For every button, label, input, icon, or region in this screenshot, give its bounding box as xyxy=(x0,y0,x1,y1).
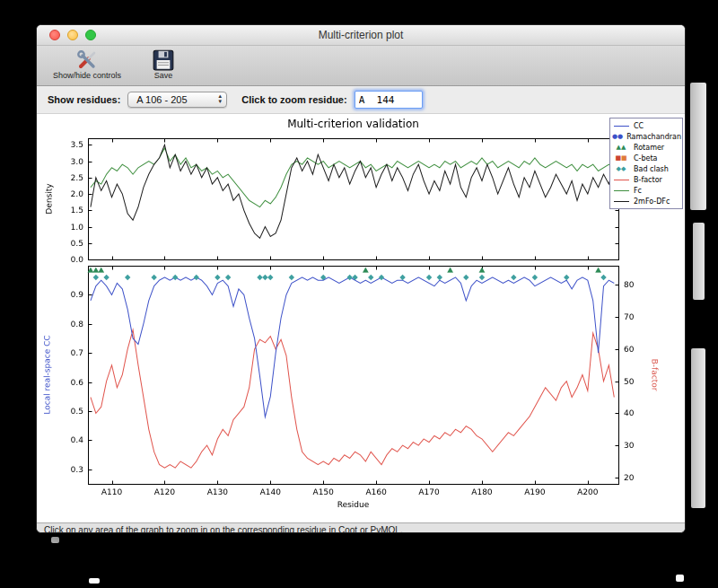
legend-line-symbol xyxy=(612,126,630,127)
residue-range-value: A 106 - 205 xyxy=(136,94,187,105)
desktop-artifact xyxy=(51,537,59,543)
legend-label: Ramachandran xyxy=(626,133,681,141)
show-hide-controls-button[interactable]: Show/hide controls xyxy=(49,48,125,81)
desktop-artifact xyxy=(693,223,705,300)
plot-title: Multi-criterion validation xyxy=(88,118,618,130)
legend-label: Rotamer xyxy=(634,144,664,152)
status-bar: Click on any area of the graph to zoom i… xyxy=(37,522,685,533)
legend-item: ■■C-beta xyxy=(612,153,680,163)
desktop-artifact xyxy=(690,83,706,210)
window-title: Multi-criterion plot xyxy=(37,25,685,45)
toolbar: Show/hide controls Save xyxy=(37,46,685,86)
controls-row: Show residues: A 106 - 205 ▲▼ Click to z… xyxy=(37,86,685,114)
legend-item: ●●Ramachandran xyxy=(612,131,680,142)
dropdown-arrows-icon: ▲▼ xyxy=(217,93,223,104)
zoom-residue-label: Click to zoom residue: xyxy=(241,94,346,105)
residue-range-dropdown[interactable]: A 106 - 205 ▲▼ xyxy=(127,92,227,108)
multi-criterion-plot-window: Multi-criterion plot Show/hide controls xyxy=(36,24,686,533)
plot-figure: Multi-criterion validation CC●●Ramachand… xyxy=(37,114,685,522)
legend-line-symbol xyxy=(612,190,630,191)
tools-icon xyxy=(75,48,99,72)
legend-item: CC xyxy=(612,120,680,131)
save-floppy-icon xyxy=(152,48,175,72)
desktop-artifact xyxy=(676,575,684,582)
legend-circle-icon: ●● xyxy=(612,134,623,140)
legend-item: ▲▲Rotamer xyxy=(612,142,680,153)
title-bar[interactable]: Multi-criterion plot xyxy=(37,25,685,46)
legend-diamond-icon: ◆◆ xyxy=(612,166,630,172)
legend-line-symbol xyxy=(612,201,630,202)
save-label: Save xyxy=(154,71,173,80)
plot-canvas[interactable] xyxy=(37,114,685,522)
legend-label: Bad clash xyxy=(634,165,669,173)
save-button[interactable]: Save xyxy=(148,48,179,81)
legend-line-symbol xyxy=(612,180,630,180)
legend-label: C-beta xyxy=(634,154,658,162)
legend-item: B-factor xyxy=(612,174,680,185)
legend-item: 2mFo-DFc xyxy=(612,196,680,206)
legend-item: ◆◆Bad clash xyxy=(612,163,680,174)
zoom-residue-input[interactable] xyxy=(355,91,423,109)
legend-label: B-factor xyxy=(634,176,662,184)
show-residues-label: Show residues: xyxy=(48,94,120,105)
legend-triangle-icon: ▲▲ xyxy=(612,145,630,151)
legend-square-icon: ■■ xyxy=(612,155,630,162)
show-hide-controls-label: Show/hide controls xyxy=(53,71,121,80)
plot-legend: CC●●Ramachandran▲▲Rotamer■■C-beta◆◆Bad c… xyxy=(609,118,683,209)
legend-label: CC xyxy=(634,122,644,130)
desktop-artifact xyxy=(89,578,100,584)
desktop-artifact xyxy=(691,348,705,508)
legend-label: 2mFo-DFc xyxy=(634,197,670,206)
legend-item: Fc xyxy=(612,185,680,196)
legend-label: Fc xyxy=(634,187,642,195)
status-text: Click on any area of the graph to zoom i… xyxy=(44,525,403,533)
